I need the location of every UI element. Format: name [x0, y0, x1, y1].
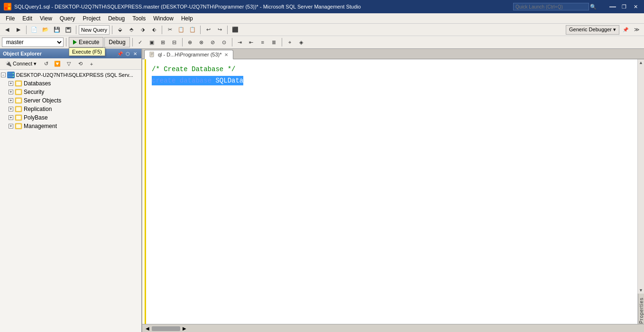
toolbar-back-btn[interactable]: ◀: [2, 25, 12, 35]
oe-filter-btn[interactable]: 🔽: [52, 59, 63, 69]
menu-debug[interactable]: Debug: [104, 14, 129, 23]
menu-view[interactable]: View: [36, 14, 56, 23]
toolbar-redo-btn[interactable]: ↪: [214, 25, 225, 35]
code-content[interactable]: /* Create Database */ create database SQ…: [146, 59, 637, 324]
tree-item-server-objects[interactable]: + Server Objects: [0, 96, 141, 105]
toolbar-stop-btn[interactable]: ⬛: [230, 25, 240, 35]
minimize-button[interactable]: —: [608, 2, 617, 11]
toolbar-new-btn[interactable]: 📄: [29, 25, 39, 35]
properties-label: Properties: [639, 297, 644, 324]
tree-item-management[interactable]: + Management: [0, 122, 141, 130]
tree-item-polybase[interactable]: + PolyBase: [0, 113, 141, 122]
polybase-label: PolyBase: [24, 114, 48, 121]
close-button[interactable]: ✕: [631, 2, 640, 11]
execute-button[interactable]: Execute: [69, 37, 103, 47]
server-expand-icon[interactable]: −: [1, 73, 6, 77]
sql-grid-btn[interactable]: ⊟: [169, 37, 180, 47]
svg-point-8: [13, 73, 14, 74]
hscroll-right-btn[interactable]: ▶: [181, 326, 188, 331]
menu-project[interactable]: Project: [79, 14, 104, 23]
tree-item-server[interactable]: − DESKTOP-U2Q7NTH\SQLEXPRESS (SQL Serv..…: [0, 71, 141, 79]
databases-expand-icon[interactable]: +: [9, 81, 13, 86]
quick-launch-input[interactable]: [513, 3, 589, 10]
toolbar-btn-d[interactable]: ⬖: [149, 25, 159, 35]
hscroll-thumb[interactable]: [152, 326, 180, 331]
security-expand-icon[interactable]: +: [9, 90, 13, 94]
hscroll-left-btn[interactable]: ◀: [144, 326, 151, 331]
tab-close-btn[interactable]: ✕: [224, 52, 228, 57]
svg-rect-19: [16, 116, 21, 120]
menu-edit[interactable]: Edit: [18, 14, 36, 23]
sql-results-btn[interactable]: ⊞: [158, 37, 168, 47]
management-label: Management: [24, 123, 57, 129]
toolbar-pin-btn[interactable]: 📌: [620, 25, 631, 35]
management-expand-icon[interactable]: +: [9, 124, 13, 129]
rail-up-arrow[interactable]: ▲: [638, 59, 644, 66]
toolbar-btn-a[interactable]: ⬙: [115, 25, 125, 35]
panel-pin-btn[interactable]: 📌: [117, 50, 123, 57]
execute-icon: [73, 40, 77, 45]
toolbar-btn-b[interactable]: ⬘: [126, 25, 137, 35]
toolbar-save-all-btn[interactable]: [63, 25, 74, 35]
sql-uncomment-btn[interactable]: ≣: [269, 37, 279, 47]
toolbar-undo-btn[interactable]: ↩: [203, 25, 213, 35]
oe-toolbar: 🔌 Connect ▾ ↺ 🔽 ▽ ⟲ +: [0, 58, 141, 70]
replication-expand-icon[interactable]: +: [9, 107, 13, 111]
oe-new-btn[interactable]: +: [86, 59, 97, 69]
toolbar-forward-btn[interactable]: ▶: [13, 25, 24, 35]
toolbar-cut-btn[interactable]: ✂: [165, 25, 175, 35]
polybase-icon: [15, 114, 22, 121]
tree-item-databases[interactable]: + Databases: [0, 79, 141, 88]
menu-window[interactable]: Window: [149, 14, 177, 23]
toolbar-save-btn[interactable]: 💾: [52, 25, 62, 35]
panel-title-controls: 📌 ⬡ ✕: [117, 50, 138, 57]
databases-label: Databases: [24, 80, 51, 87]
toolbar-sep-6: [227, 26, 228, 34]
rail-down-arrow[interactable]: ▼: [638, 287, 644, 294]
new-query-button[interactable]: New Query: [79, 25, 110, 35]
sql-btn-e[interactable]: ⊕: [185, 37, 195, 47]
panel-close-btn[interactable]: ✕: [132, 50, 138, 57]
server-objects-expand-icon[interactable]: +: [9, 98, 13, 103]
toolbar-sep-4: [162, 26, 162, 34]
tree-item-replication[interactable]: + Replication: [0, 105, 141, 113]
sql-btn-g[interactable]: ⊘: [208, 37, 218, 47]
sql-indent-btn[interactable]: ⇥: [235, 37, 245, 47]
oe-connect-btn[interactable]: 🔌 Connect ▾: [2, 59, 40, 68]
editor-tab-active[interactable]: ql - D...H\Programmer (53)* ✕: [144, 50, 233, 59]
sql-outdent-btn[interactable]: ⇤: [246, 37, 257, 47]
toolbar-copy-btn[interactable]: 📋: [176, 25, 186, 35]
tab-label: ql - D...H\Programmer (53)*: [158, 52, 221, 57]
restore-button[interactable]: ❐: [619, 2, 629, 11]
toolbar-more-btn[interactable]: ≫: [632, 25, 642, 35]
oe-sync-btn[interactable]: ⟲: [75, 59, 85, 69]
menu-tools[interactable]: Tools: [129, 14, 149, 23]
toolbar-sep-11: [282, 38, 282, 46]
toolbar-row-1: ◀ ▶ 📄 📂 💾 New Query ⬙ ⬘ ⬗ ⬖ ✂ 📋 📋 ↩ ↪ ⬛ …: [0, 24, 644, 36]
toolbar-paste-btn[interactable]: 📋: [187, 25, 198, 35]
menu-file[interactable]: File: [2, 14, 18, 23]
svg-rect-13: [16, 90, 21, 94]
tree-item-security[interactable]: + Security: [0, 88, 141, 96]
database-dropdown[interactable]: master: [2, 37, 64, 47]
menu-help[interactable]: Help: [177, 14, 197, 23]
sql-check-btn[interactable]: ✓: [135, 37, 146, 47]
sql-btn-f[interactable]: ⊗: [196, 37, 207, 47]
toolbar-open-btn[interactable]: 📂: [40, 25, 51, 35]
debug-button[interactable]: Debug: [104, 37, 129, 47]
sql-comment-btn[interactable]: ≡: [258, 37, 268, 47]
sql-spec-btn[interactable]: ◈: [296, 37, 306, 47]
panel-float-btn[interactable]: ⬡: [124, 50, 131, 57]
menu-query[interactable]: Query: [56, 14, 79, 23]
polybase-expand-icon[interactable]: +: [9, 115, 13, 120]
code-editor[interactable]: /* Create Database */ create database SQ…: [142, 59, 644, 324]
oe-filter2-btn[interactable]: ▽: [64, 59, 74, 69]
oe-tree: − DESKTOP-U2Q7NTH\SQLEXPRESS (SQL Serv..…: [0, 70, 141, 332]
sql-zoom-btn[interactable]: ⌖: [285, 37, 295, 47]
generic-debugger-dropdown[interactable]: Generic Debugger ▾: [566, 25, 619, 35]
oe-refresh-btn[interactable]: ↺: [41, 59, 51, 69]
sql-parse-btn[interactable]: ▣: [147, 37, 157, 47]
properties-tab[interactable]: Properties: [638, 294, 644, 324]
sql-btn-h[interactable]: ⊙: [219, 37, 230, 47]
toolbar-btn-c[interactable]: ⬗: [138, 25, 148, 35]
